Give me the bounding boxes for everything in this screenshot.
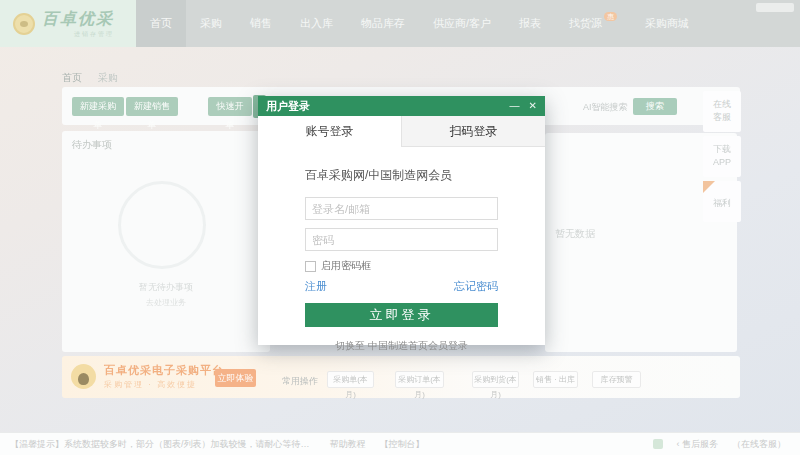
side-card-app-download[interactable]: 下载 APP xyxy=(703,136,741,177)
nav-item-sourcing-label: 找货源 xyxy=(569,17,602,29)
online-support-link[interactable]: （在线客服） xyxy=(732,438,786,451)
status-bar: 【温馨提示】系统数据较多时，部分（图表/列表）加载较慢，请耐心等待… 帮助教程 … xyxy=(0,432,800,455)
dialog-titlebar: 用户登录 — ✕ xyxy=(258,96,545,116)
after-sales-link[interactable]: ‹ 售后服务 xyxy=(677,438,719,451)
status-right-group: ‹ 售后服务 （在线客服） xyxy=(653,438,787,451)
stat-box-purchase[interactable]: 采购单(本月) xyxy=(327,371,374,388)
todo-empty-circle xyxy=(118,181,206,269)
stat-box-orders[interactable]: 采购订单(本月) xyxy=(395,371,444,388)
search-label: AI智能搜索 xyxy=(583,101,628,114)
banner-title: 百卓优采电子采购平台 xyxy=(104,363,224,378)
nav-item-inventory[interactable]: 物品库存 xyxy=(347,0,419,47)
new-sales-order-button[interactable]: 新建销售单 xyxy=(126,97,178,116)
login-button[interactable]: 立即登录 xyxy=(305,303,498,327)
stats-label: 常用操作 xyxy=(282,375,318,388)
banner-cta-button[interactable]: 立即体验 xyxy=(215,369,256,387)
side-card-service-line2: 客服 xyxy=(703,111,741,124)
password-control-checkbox[interactable] xyxy=(305,261,316,272)
top-nav-bar: 百卓优采 进销存管理 首页 采购 销售 出入库 物品库存 供应商/客户 报表 找… xyxy=(0,0,800,47)
mascot-icon xyxy=(71,364,96,389)
page-tabs: 首页 采购 xyxy=(62,71,118,85)
search-button[interactable]: 搜索 xyxy=(633,98,677,115)
banner-subtitle: 采购管理 · 高效便捷 xyxy=(104,379,197,390)
tab-qr-login[interactable]: 扫码登录 xyxy=(401,116,545,147)
side-card-app-line1: 下载 xyxy=(703,143,741,156)
password-input[interactable] xyxy=(305,228,498,251)
login-dialog: 用户登录 — ✕ 账号登录 扫码登录 百卓采购网/中国制造网会员 启用密码框 注… xyxy=(258,96,545,345)
nav-item-partners[interactable]: 供应商/客户 xyxy=(419,0,505,47)
main-nav: 首页 采购 销售 出入库 物品库存 供应商/客户 报表 找货源惠 采购商城 xyxy=(136,0,800,47)
minimize-icon[interactable]: — xyxy=(510,96,520,116)
help-tutorial-link[interactable]: 帮助教程 xyxy=(330,438,366,451)
side-card-service[interactable]: 在线 客服 xyxy=(703,91,741,132)
todo-panel-title: 待办事项 xyxy=(72,138,112,152)
promo-badge: 惠 xyxy=(604,12,617,21)
nav-item-sourcing[interactable]: 找货源惠 xyxy=(555,0,631,47)
dialog-body: 百卓采购网/中国制造网会员 启用密码框 注册 忘记密码 立即登录 切换至 中国制… xyxy=(258,147,545,353)
new-purchase-order-button[interactable]: 新建采购单 xyxy=(72,97,124,116)
app-window: 百卓优采 进销存管理 首页 采购 销售 出入库 物品库存 供应商/客户 报表 找… xyxy=(0,0,800,455)
brand-name: 百卓优采 xyxy=(42,9,114,30)
window-controls[interactable] xyxy=(756,3,794,12)
dialog-controls: — ✕ xyxy=(510,96,537,116)
brand-logo-area: 百卓优采 进销存管理 xyxy=(0,0,136,47)
side-card-promo[interactable]: 福利 xyxy=(703,181,741,222)
nav-item-home[interactable]: 首页 xyxy=(136,0,186,47)
forgot-password-link[interactable]: 忘记密码 xyxy=(454,279,498,294)
page-tab-purchase[interactable]: 采购 xyxy=(98,71,118,85)
links-row: 注册 忘记密码 xyxy=(305,279,498,294)
todo-panel: 待办事项 暂无待办事项 去处理业务 xyxy=(62,131,270,352)
brand-tagline: 进销存管理 xyxy=(42,30,114,39)
dialog-title: 用户登录 xyxy=(266,99,310,114)
nav-item-purchase[interactable]: 采购 xyxy=(186,0,236,47)
console-link[interactable]: 【控制台】 xyxy=(380,438,425,451)
stat-box-arrivals[interactable]: 采购到货(本月) xyxy=(472,371,519,388)
side-card-promo-line1: 福利 xyxy=(703,197,741,210)
nav-item-sales[interactable]: 销售 xyxy=(236,0,286,47)
close-icon[interactable]: ✕ xyxy=(529,96,537,116)
brand-logo-icon xyxy=(13,13,35,35)
switch-member-login-text[interactable]: 切换至 中国制造首页会员登录 xyxy=(305,339,498,353)
stat-box-sales[interactable]: 销售 · 出库 xyxy=(533,371,578,388)
nav-item-reports[interactable]: 报表 xyxy=(505,0,555,47)
page-tab-home[interactable]: 首页 xyxy=(62,71,82,85)
nav-item-inout[interactable]: 出入库 xyxy=(286,0,347,47)
notice-empty-text: 暂无数据 xyxy=(555,227,595,241)
todo-empty-subtext: 去处理业务 xyxy=(62,297,270,308)
stat-box-stock[interactable]: 库存预警 xyxy=(592,371,641,388)
side-card-app-line2: APP xyxy=(703,156,741,169)
status-green-icon xyxy=(653,439,663,449)
side-card-service-line1: 在线 xyxy=(703,98,741,111)
todo-empty-text: 暂无待办事项 xyxy=(62,281,270,294)
quick-order-button[interactable]: 快速开单 xyxy=(208,97,252,116)
register-link[interactable]: 注册 xyxy=(305,279,327,294)
nav-item-mall[interactable]: 采购商城 xyxy=(631,0,703,47)
brand-text-wrap: 百卓优采 进销存管理 xyxy=(42,9,114,39)
username-input[interactable] xyxy=(305,197,498,220)
member-type-label: 百卓采购网/中国制造网会员 xyxy=(305,167,498,184)
login-tabs: 账号登录 扫码登录 xyxy=(258,116,545,147)
password-control-row: 启用密码框 xyxy=(305,259,498,273)
tab-account-login[interactable]: 账号登录 xyxy=(258,116,401,147)
status-tip-text: 【温馨提示】系统数据较多时，部分（图表/列表）加载较慢，请耐心等待… xyxy=(10,438,310,451)
password-control-label: 启用密码框 xyxy=(321,259,371,273)
